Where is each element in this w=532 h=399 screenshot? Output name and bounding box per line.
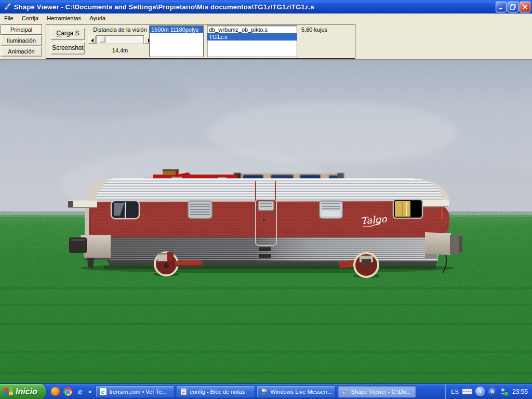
task-trensim[interactable]: e trensim.com • Ver Te... [96, 385, 175, 398]
close-button[interactable] [520, 2, 530, 12]
shape-item-selected[interactable]: TG1z.s [207, 33, 297, 41]
quick-launch: e » [46, 387, 96, 396]
task-messenger[interactable]: Windows Live Messen... [257, 385, 336, 398]
lod-listbox[interactable]: 1500m 11180polys [149, 25, 204, 57]
louvre-window-2 [320, 201, 342, 218]
tray-app-icon[interactable]: a [488, 388, 497, 396]
toolbar-groupbox: Carga S Screenshot Distancia de la visió… [46, 24, 355, 59]
restore-icon [510, 4, 516, 10]
load-shape-button[interactable]: Carga S [50, 27, 85, 40]
window-title: Shape Viewer - C:\Documents and Settings… [14, 3, 495, 11]
tab-animacion[interactable]: Animación [1, 46, 42, 57]
svg-text:e: e [101, 389, 104, 395]
language-indicator[interactable]: ES [451, 389, 459, 395]
notepad-icon [180, 388, 188, 395]
slider-track[interactable] [96, 35, 144, 44]
svg-text:Talgo: Talgo [361, 213, 388, 226]
menu-corrija[interactable]: Corrija [18, 14, 43, 22]
menu-bar: File Corrija Herramientas Ayuda [0, 14, 532, 23]
talgo-train: Talgo [68, 179, 462, 278]
messenger-status-icon[interactable] [500, 388, 508, 396]
system-tray: ES ‹ a 23:55 [445, 384, 532, 399]
tab-iluminacion[interactable]: Iluminación [1, 35, 42, 46]
hide-icons-chevron[interactable]: ‹ [475, 387, 485, 396]
windows-flag-icon [4, 387, 13, 396]
slider-thumb[interactable] [100, 36, 105, 43]
task-shape-viewer[interactable]: Shape Viewer - C:\Do... [337, 385, 416, 398]
start-button[interactable]: Inicio [0, 384, 46, 399]
task-buttons: e trensim.com • Ver Te... config - Bloc … [96, 385, 416, 398]
close-icon [522, 4, 528, 10]
viewport-3d[interactable]: Talgo [0, 60, 532, 383]
keyboard-icon[interactable] [462, 388, 472, 395]
start-label: Inicio [16, 387, 37, 396]
scene: Talgo [0, 60, 532, 383]
shape-viewer-window: Shape Viewer - C:\Documents and Settings… [0, 0, 532, 399]
minimize-icon [498, 4, 504, 10]
screenshot-button[interactable]: Screenshot [50, 42, 85, 55]
orange-app-icon[interactable] [51, 387, 60, 396]
menu-herramientas[interactable]: Herramientas [43, 14, 85, 22]
quick-launch-overflow-chevron[interactable]: » [88, 388, 92, 395]
minimize-button[interactable] [496, 2, 507, 12]
toolbar: Principal Iluminación Animación Carga S … [0, 23, 532, 60]
shape-item[interactable]: db_wrbumz_ob_pikto.s [207, 26, 297, 33]
chrome-icon[interactable] [63, 387, 72, 396]
louvre-window-1 [188, 201, 212, 218]
app-icon [3, 2, 12, 11]
menu-file[interactable]: File [0, 14, 18, 22]
clock: 23:55 [512, 388, 528, 395]
restore-button[interactable] [508, 2, 518, 12]
lod-item[interactable]: 1500m 11180polys [150, 26, 203, 33]
slider-left-arrow[interactable] [88, 35, 96, 44]
view-distance-slider[interactable] [88, 35, 152, 44]
driver-window [111, 201, 139, 219]
shape-listbox[interactable]: db_wrbumz_ob_pikto.s TG1z.s [207, 25, 297, 57]
ie-page-icon: e [99, 388, 107, 395]
view-distance-label: Distancia de la visión [88, 26, 152, 33]
title-bar: Shape Viewer - C:\Documents and Settings… [0, 0, 532, 14]
rear-window [393, 200, 422, 218]
messenger-icon [260, 388, 268, 395]
tab-principal[interactable]: Principal [1, 24, 42, 35]
task-notepad[interactable]: config - Bloc de notas [176, 385, 255, 398]
view-distance-value: 14,4m [88, 47, 152, 54]
menu-ayuda[interactable]: Ayuda [85, 14, 110, 22]
front-marker-board [68, 201, 97, 208]
kujus-label: 5,80 kujus [301, 26, 327, 33]
taskbar: Inicio e » e trensim.com • Ver Te... [0, 383, 532, 399]
internet-explorer-icon[interactable]: e [76, 387, 85, 396]
shape-viewer-icon [341, 388, 349, 395]
